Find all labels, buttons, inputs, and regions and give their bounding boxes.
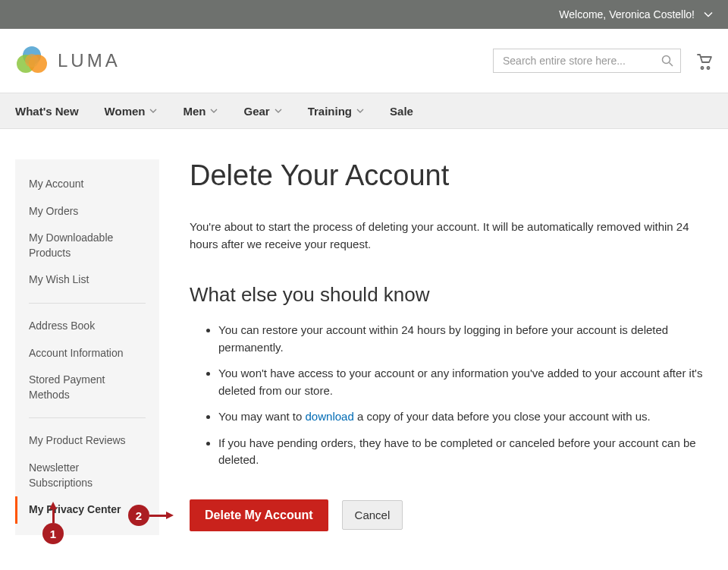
nav-label: Gear — [243, 105, 269, 118]
chevron-down-icon — [149, 107, 157, 115]
sidebar-item-address-book[interactable]: Address Book — [15, 313, 159, 340]
search-box — [493, 49, 681, 73]
page-intro: You're about to start the process of del… — [190, 219, 713, 253]
account-menu-chevron-icon[interactable] — [704, 10, 713, 19]
svg-line-5 — [670, 63, 673, 67]
nav-training[interactable]: Training — [308, 93, 364, 128]
cancel-button[interactable]: Cancel — [342, 500, 403, 530]
sidebar-item-account-info[interactable]: Account Information — [15, 340, 159, 367]
annotation-circle-1: 1 — [42, 523, 64, 544]
sidebar-item-product-reviews[interactable]: My Product Reviews — [15, 427, 159, 455]
sidebar-item-my-account[interactable]: My Account — [15, 171, 159, 198]
welcome-text: Welcome, Veronica Costello! — [559, 8, 695, 20]
nav-women[interactable]: Women — [105, 93, 158, 128]
content: My Account My Orders My Downloadable Pro… — [0, 129, 728, 550]
sidebar-item-newsletter[interactable]: Newsletter Subscriptions — [15, 455, 159, 496]
main-column: Delete Your Account You're about to star… — [190, 159, 713, 531]
nav-label: What's New — [15, 105, 79, 118]
logo-text: LUMA — [58, 50, 121, 71]
button-row: Delete My Account Cancel — [190, 499, 713, 531]
chevron-down-icon — [356, 107, 364, 115]
chevron-down-icon — [275, 107, 282, 115]
sidebar: My Account My Orders My Downloadable Pro… — [15, 159, 159, 535]
delete-account-button[interactable]: Delete My Account — [190, 499, 328, 531]
nav-gear[interactable]: Gear — [243, 93, 281, 128]
sidebar-divider — [29, 303, 146, 304]
arrow-right-icon — [166, 512, 174, 519]
logo[interactable]: LUMA — [15, 44, 121, 77]
annotation-line — [149, 515, 166, 517]
search-input[interactable] — [493, 49, 681, 73]
sidebar-divider — [29, 417, 146, 418]
nav-label: Sale — [390, 105, 413, 118]
logo-bar: LUMA — [0, 29, 728, 93]
page-title: Delete Your Account — [190, 159, 713, 192]
info-item-no-access: You won't have access to your account or… — [218, 365, 713, 399]
annotation-line — [52, 509, 55, 523]
subheading: What else you should know — [190, 283, 713, 307]
sidebar-item-my-orders[interactable]: My Orders — [15, 198, 159, 225]
info-item-restore: You can restore your account within 24 h… — [218, 322, 713, 356]
nav-men[interactable]: Men — [183, 93, 218, 128]
info-item-pending-orders: If you have pending orders, they have to… — [218, 435, 713, 469]
search-cart — [493, 49, 713, 73]
nav-label: Men — [183, 105, 206, 118]
annotation-1: 1 — [42, 502, 64, 544]
sidebar-item-payment-methods[interactable]: Stored Payment Methods — [15, 367, 159, 408]
annotation-circle-2: 2 — [128, 505, 149, 526]
sidebar-item-wish-list[interactable]: My Wish List — [15, 266, 159, 294]
nav-sale[interactable]: Sale — [390, 93, 413, 128]
annotation-2: 2 — [128, 505, 174, 526]
chevron-down-icon — [210, 107, 218, 115]
nav-bar: What's New Women Men Gear Training Sale — [0, 93, 728, 129]
nav-label: Training — [308, 105, 352, 118]
cart-icon[interactable] — [695, 52, 713, 70]
nav-whats-new[interactable]: What's New — [15, 93, 79, 128]
info-list: You can restore your account within 24 h… — [190, 322, 713, 469]
svg-point-4 — [663, 56, 670, 64]
logo-icon — [15, 44, 49, 77]
nav-label: Women — [105, 105, 146, 118]
arrow-up-icon — [49, 502, 57, 509]
sidebar-item-downloadable[interactable]: My Downloadable Products — [15, 225, 159, 266]
download-link[interactable]: download — [306, 410, 354, 423]
search-icon[interactable] — [661, 55, 673, 67]
svg-point-3 — [25, 54, 39, 68]
header-bar: Welcome, Veronica Costello! — [0, 0, 728, 29]
info-item-download: You may want to download a copy of your … — [218, 408, 713, 426]
